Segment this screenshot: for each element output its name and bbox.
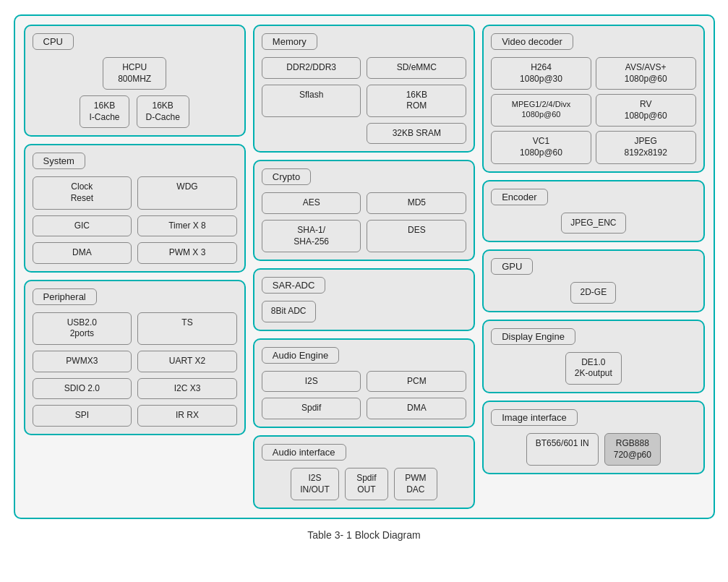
vd-avs: AVS/AVS+ 1080p@60: [596, 57, 696, 90]
audio-engine-grid: I2S PCM Spdif DMA: [262, 371, 466, 419]
audio-iface-i2s: I2S IN/OUT: [291, 468, 339, 500]
cpu-hcpu: HCPU 800MHZ: [103, 57, 166, 90]
peri-item-7: IR RX: [137, 405, 237, 427]
audio-engine-block: Audio Engine I2S PCM Spdif DMA: [253, 338, 475, 428]
system-item-2: GIC: [33, 215, 132, 237]
col-2: Memory DDR2/DDR3 SD/eMMC Sflash 16KB ROM…: [253, 25, 475, 509]
sar-adc-block: SAR-ADC 8Bit ADC: [253, 268, 475, 331]
image-interface-block: Image interface BT656/601 IN RGB888 720@…: [482, 401, 704, 474]
cpu-caches: 16KB I-Cache 16KB D-Cache: [80, 95, 189, 128]
peri-item-5: I2C X3: [137, 378, 237, 400]
crypto-aes: AES: [262, 192, 361, 214]
img-iface-rgb: RGB888 720@p60: [604, 433, 661, 466]
system-item-3: Timer X 8: [137, 215, 237, 237]
caption: Table 3- 1 Block Diagram: [307, 529, 420, 541]
gpu-block: GPU 2D-GE: [482, 249, 704, 312]
img-iface-bt656: BT656/601 IN: [526, 433, 599, 466]
system-item-0: Clock Reset: [33, 176, 132, 209]
crypto-des: DES: [367, 220, 466, 252]
system-item-4: DMA: [33, 242, 132, 264]
block-grid: CPU HCPU 800MHZ 16KB I-Cache 16KB D-Cach…: [24, 25, 705, 509]
audio-iface-spdif: Spdif OUT: [345, 468, 388, 500]
audio-interface-grid: I2S IN/OUT Spdif OUT PWM DAC: [262, 468, 466, 500]
peripheral-title: Peripheral: [33, 288, 97, 305]
memory-sram: 32KB SRAM: [367, 123, 466, 145]
gpu-title: GPU: [491, 258, 533, 275]
image-interface-grid: BT656/601 IN RGB888 720@p60: [491, 433, 695, 466]
peri-item-1: TS: [137, 312, 237, 345]
encoder-title: Encoder: [491, 189, 547, 205]
audio-spdif: Spdif: [262, 398, 361, 419]
video-decoder-grid: H264 1080p@30 AVS/AVS+ 1080p@60 MPEG1/2/…: [491, 57, 695, 164]
memory-grid: DDR2/DDR3 SD/eMMC Sflash 16KB ROM 32KB S…: [262, 57, 466, 144]
main-container: CPU HCPU 800MHZ 16KB I-Cache 16KB D-Cach…: [14, 14, 715, 519]
audio-pcm: PCM: [367, 371, 466, 393]
sar-adc-grid: 8Bit ADC: [262, 301, 466, 322]
memory-rom: 16KB ROM: [367, 85, 466, 117]
vd-h264: H264 1080p@30: [491, 57, 591, 90]
vd-vc1: VC1 1080p@60: [491, 131, 591, 163]
audio-interface-title: Audio interface: [262, 444, 346, 461]
peripheral-grid: USB2.0 2ports TS PWMX3 UART X2 SDIO 2.0 …: [33, 312, 237, 427]
crypto-grid: AES MD5 SHA-1/ SHA-256 DES: [262, 192, 466, 252]
video-decoder-title: Video decoder: [491, 33, 573, 50]
col-3: Video decoder H264 1080p@30 AVS/AVS+ 108…: [482, 25, 704, 509]
peri-item-4: SDIO 2.0: [33, 378, 132, 400]
vd-jpeg: JPEG 8192x8192: [596, 131, 696, 163]
audio-engine-title: Audio Engine: [262, 347, 339, 364]
memory-sd: SD/eMMC: [367, 57, 466, 79]
vd-rv: RV 1080p@60: [596, 94, 696, 127]
display-engine-center: DE1.0 2K-output: [491, 352, 695, 385]
system-item-1: WDG: [137, 176, 237, 209]
encoder-center: JPEG_ENC: [491, 213, 695, 234]
cpu-title: CPU: [33, 33, 74, 50]
audio-i2s: I2S: [262, 371, 361, 393]
system-item-5: PWM X 3: [137, 242, 237, 264]
system-title: System: [33, 153, 85, 169]
cpu-inner: HCPU 800MHZ 16KB I-Cache 16KB D-Cache: [33, 57, 237, 128]
peri-item-0: USB2.0 2ports: [33, 312, 132, 345]
sar-adc-item: 8Bit ADC: [262, 301, 316, 322]
system-block: System Clock Reset WDG GIC Timer X 8 DMA…: [24, 144, 246, 272]
cpu-dcache: 16KB D-Cache: [137, 95, 189, 128]
peri-item-6: SPI: [33, 405, 132, 427]
display-engine-block: Display Engine DE1.0 2K-output: [482, 320, 704, 393]
audio-interface-block: Audio interface I2S IN/OUT Spdif OUT PWM…: [253, 435, 475, 509]
sar-adc-title: SAR-ADC: [262, 277, 326, 294]
peri-item-3: UART X2: [137, 351, 237, 372]
col-1: CPU HCPU 800MHZ 16KB I-Cache 16KB D-Cach…: [24, 25, 246, 509]
cpu-block: CPU HCPU 800MHZ 16KB I-Cache 16KB D-Cach…: [24, 25, 246, 137]
peri-item-2: PWMX3: [33, 351, 132, 372]
memory-sflash: Sflash: [262, 85, 361, 117]
display-engine-de1: DE1.0 2K-output: [565, 352, 622, 385]
cpu-icache: 16KB I-Cache: [80, 95, 129, 128]
peripheral-block: Peripheral USB2.0 2ports TS PWMX3 UART X…: [24, 280, 246, 435]
gpu-2dge: 2D-GE: [570, 282, 616, 304]
image-interface-title: Image interface: [491, 409, 578, 426]
vd-mpeg: MPEG1/2/4/Divx 1080p@60: [491, 94, 591, 127]
gpu-center: 2D-GE: [491, 282, 695, 304]
memory-title: Memory: [262, 33, 317, 50]
crypto-block: Crypto AES MD5 SHA-1/ SHA-256 DES: [253, 160, 475, 261]
audio-iface-pwm: PWM DAC: [394, 468, 437, 500]
crypto-sha: SHA-1/ SHA-256: [262, 220, 361, 252]
audio-dma: DMA: [367, 398, 466, 419]
display-engine-title: Display Engine: [491, 328, 575, 345]
video-decoder-block: Video decoder H264 1080p@30 AVS/AVS+ 108…: [482, 25, 704, 173]
encoder-jpeg: JPEG_ENC: [561, 213, 625, 234]
crypto-md5: MD5: [367, 192, 466, 214]
memory-ddr: DDR2/DDR3: [262, 57, 361, 79]
memory-block: Memory DDR2/DDR3 SD/eMMC Sflash 16KB ROM…: [253, 25, 475, 153]
crypto-title: Crypto: [262, 168, 311, 185]
encoder-block: Encoder JPEG_ENC: [482, 180, 704, 243]
system-grid: Clock Reset WDG GIC Timer X 8 DMA PWM X …: [33, 176, 237, 263]
